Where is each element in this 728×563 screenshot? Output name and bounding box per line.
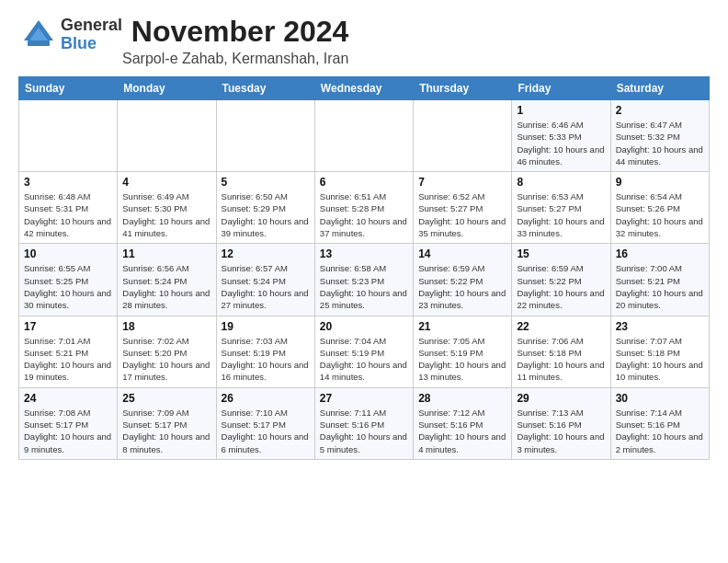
day-number: 24	[24, 392, 112, 405]
day-info: Sunrise: 6:57 AM Sunset: 5:24 PM Dayligh…	[222, 262, 310, 311]
table-row: 9Sunrise: 6:54 AM Sunset: 5:26 PM Daylig…	[610, 172, 709, 244]
header-thursday: Thursday	[414, 77, 512, 100]
svg-rect-2	[28, 40, 50, 46]
table-row: 12Sunrise: 6:57 AM Sunset: 5:24 PM Dayli…	[216, 244, 314, 316]
day-number: 14	[418, 247, 506, 260]
table-row: 16Sunrise: 7:00 AM Sunset: 5:21 PM Dayli…	[610, 244, 709, 316]
table-row	[314, 100, 413, 172]
day-number: 15	[517, 247, 605, 260]
table-row: 26Sunrise: 7:10 AM Sunset: 5:17 PM Dayli…	[216, 387, 314, 459]
day-info: Sunrise: 7:10 AM Sunset: 5:17 PM Dayligh…	[222, 407, 310, 455]
day-number: 2	[616, 104, 704, 117]
day-number: 10	[24, 247, 112, 260]
day-info: Sunrise: 6:56 AM Sunset: 5:24 PM Dayligh…	[122, 262, 210, 311]
day-number: 4	[122, 176, 210, 189]
day-number: 16	[616, 247, 704, 260]
day-info: Sunrise: 7:11 AM Sunset: 5:16 PM Dayligh…	[320, 407, 408, 455]
calendar-table: Sunday Monday Tuesday Wednesday Thursday…	[18, 76, 710, 460]
table-row	[118, 100, 216, 172]
day-number: 28	[418, 392, 506, 405]
day-info: Sunrise: 7:01 AM Sunset: 5:21 PM Dayligh…	[24, 335, 112, 384]
month-title: November 2024	[122, 15, 348, 49]
day-number: 11	[122, 247, 210, 260]
day-info: Sunrise: 7:13 AM Sunset: 5:16 PM Dayligh…	[517, 407, 605, 455]
logo-blue-text: Blue	[61, 35, 122, 53]
day-number: 29	[517, 392, 605, 405]
table-row: 28Sunrise: 7:12 AM Sunset: 5:16 PM Dayli…	[414, 387, 512, 459]
logo-text: General Blue	[61, 17, 122, 53]
day-info: Sunrise: 6:55 AM Sunset: 5:25 PM Dayligh…	[24, 262, 112, 311]
table-row: 19Sunrise: 7:03 AM Sunset: 5:19 PM Dayli…	[216, 316, 314, 387]
day-number: 18	[122, 320, 210, 333]
week-row-1: 1Sunrise: 6:46 AM Sunset: 5:33 PM Daylig…	[19, 100, 710, 172]
day-info: Sunrise: 7:05 AM Sunset: 5:19 PM Dayligh…	[418, 335, 506, 384]
table-row: 7Sunrise: 6:52 AM Sunset: 5:27 PM Daylig…	[414, 172, 512, 244]
day-number: 26	[222, 392, 310, 405]
table-row	[19, 100, 118, 172]
table-row: 3Sunrise: 6:48 AM Sunset: 5:31 PM Daylig…	[19, 172, 118, 244]
header-friday: Friday	[512, 77, 610, 100]
header-wednesday: Wednesday	[314, 77, 413, 100]
week-row-5: 24Sunrise: 7:08 AM Sunset: 5:17 PM Dayli…	[19, 387, 710, 459]
day-info: Sunrise: 7:02 AM Sunset: 5:20 PM Dayligh…	[122, 335, 210, 384]
table-row: 1Sunrise: 6:46 AM Sunset: 5:33 PM Daylig…	[512, 100, 610, 172]
table-row: 14Sunrise: 6:59 AM Sunset: 5:22 PM Dayli…	[414, 244, 512, 316]
day-info: Sunrise: 6:53 AM Sunset: 5:27 PM Dayligh…	[517, 190, 605, 239]
week-row-2: 3Sunrise: 6:48 AM Sunset: 5:31 PM Daylig…	[19, 172, 710, 244]
week-row-4: 17Sunrise: 7:01 AM Sunset: 5:21 PM Dayli…	[19, 316, 710, 387]
day-number: 20	[320, 320, 408, 333]
table-row: 17Sunrise: 7:01 AM Sunset: 5:21 PM Dayli…	[19, 316, 118, 387]
table-row: 8Sunrise: 6:53 AM Sunset: 5:27 PM Daylig…	[512, 172, 610, 244]
table-row: 30Sunrise: 7:14 AM Sunset: 5:16 PM Dayli…	[610, 387, 709, 459]
day-info: Sunrise: 6:46 AM Sunset: 5:33 PM Dayligh…	[517, 119, 605, 167]
table-row: 10Sunrise: 6:55 AM Sunset: 5:25 PM Dayli…	[19, 244, 118, 316]
day-info: Sunrise: 6:47 AM Sunset: 5:32 PM Dayligh…	[616, 119, 704, 167]
table-row: 6Sunrise: 6:51 AM Sunset: 5:28 PM Daylig…	[314, 172, 413, 244]
day-info: Sunrise: 7:04 AM Sunset: 5:19 PM Dayligh…	[320, 335, 408, 384]
day-info: Sunrise: 6:50 AM Sunset: 5:29 PM Dayligh…	[222, 190, 310, 239]
table-row: 18Sunrise: 7:02 AM Sunset: 5:20 PM Dayli…	[118, 316, 216, 387]
table-row: 15Sunrise: 6:59 AM Sunset: 5:22 PM Dayli…	[512, 244, 610, 316]
table-row: 24Sunrise: 7:08 AM Sunset: 5:17 PM Dayli…	[19, 387, 118, 459]
day-info: Sunrise: 6:51 AM Sunset: 5:28 PM Dayligh…	[320, 190, 408, 239]
day-number: 30	[616, 392, 704, 405]
weekday-header-row: Sunday Monday Tuesday Wednesday Thursday…	[19, 77, 710, 100]
calendar-page: General Blue November 2024 Sarpol-e Zaha…	[0, 0, 728, 469]
day-number: 6	[320, 176, 408, 189]
day-info: Sunrise: 7:06 AM Sunset: 5:18 PM Dayligh…	[517, 335, 605, 384]
day-info: Sunrise: 6:49 AM Sunset: 5:30 PM Dayligh…	[122, 190, 210, 239]
day-info: Sunrise: 7:14 AM Sunset: 5:16 PM Dayligh…	[616, 407, 704, 455]
day-info: Sunrise: 7:07 AM Sunset: 5:18 PM Dayligh…	[616, 335, 704, 384]
day-number: 22	[517, 320, 605, 333]
day-number: 23	[616, 320, 704, 333]
title-area: November 2024 Sarpol-e Zahab, Kermanshah…	[122, 15, 348, 67]
day-info: Sunrise: 7:00 AM Sunset: 5:21 PM Dayligh…	[616, 262, 704, 311]
day-number: 19	[222, 320, 310, 333]
day-number: 12	[222, 247, 310, 260]
day-info: Sunrise: 7:12 AM Sunset: 5:16 PM Dayligh…	[418, 407, 506, 455]
table-row: 20Sunrise: 7:04 AM Sunset: 5:19 PM Dayli…	[314, 316, 413, 387]
location-title: Sarpol-e Zahab, Kermanshah, Iran	[122, 51, 348, 67]
day-number: 7	[418, 176, 506, 189]
day-info: Sunrise: 6:52 AM Sunset: 5:27 PM Dayligh…	[418, 190, 506, 239]
header-sunday: Sunday	[19, 77, 118, 100]
day-info: Sunrise: 6:54 AM Sunset: 5:26 PM Dayligh…	[616, 190, 704, 239]
day-number: 5	[222, 176, 310, 189]
table-row: 23Sunrise: 7:07 AM Sunset: 5:18 PM Dayli…	[610, 316, 709, 387]
table-row: 5Sunrise: 6:50 AM Sunset: 5:29 PM Daylig…	[216, 172, 314, 244]
table-row: 22Sunrise: 7:06 AM Sunset: 5:18 PM Dayli…	[512, 316, 610, 387]
day-number: 8	[517, 176, 605, 189]
day-number: 9	[616, 176, 704, 189]
table-row: 4Sunrise: 6:49 AM Sunset: 5:30 PM Daylig…	[118, 172, 216, 244]
day-info: Sunrise: 7:08 AM Sunset: 5:17 PM Dayligh…	[24, 407, 112, 455]
week-row-3: 10Sunrise: 6:55 AM Sunset: 5:25 PM Dayli…	[19, 244, 710, 316]
table-row	[414, 100, 512, 172]
day-number: 27	[320, 392, 408, 405]
day-info: Sunrise: 7:09 AM Sunset: 5:17 PM Dayligh…	[122, 407, 210, 455]
day-info: Sunrise: 6:59 AM Sunset: 5:22 PM Dayligh…	[517, 262, 605, 311]
day-info: Sunrise: 6:58 AM Sunset: 5:23 PM Dayligh…	[320, 262, 408, 311]
day-number: 1	[517, 104, 605, 117]
header-tuesday: Tuesday	[216, 77, 314, 100]
day-info: Sunrise: 6:59 AM Sunset: 5:22 PM Dayligh…	[418, 262, 506, 311]
day-number: 21	[418, 320, 506, 333]
